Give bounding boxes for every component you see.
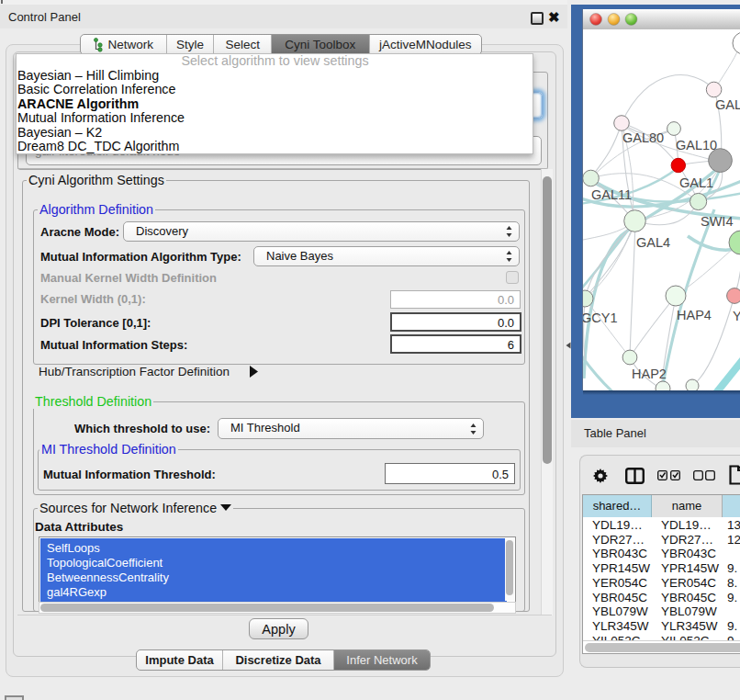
svg-text:GAL80: GAL80 [622, 130, 664, 145]
svg-text:Y: Y [733, 309, 740, 323]
svg-text:GAL4: GAL4 [636, 235, 670, 250]
svg-text:GCY1: GCY1 [583, 310, 618, 325]
svg-text:HAP4: HAP4 [677, 308, 712, 322]
svg-text:GAL1: GAL1 [679, 175, 713, 190]
svg-text:GAL11: GAL11 [591, 187, 632, 202]
svg-text:GAL: GAL [715, 97, 740, 112]
svg-text:GAL10: GAL10 [676, 138, 717, 152]
svg-text:HAP2: HAP2 [632, 367, 667, 381]
svg-text:SWI4: SWI4 [701, 214, 733, 229]
